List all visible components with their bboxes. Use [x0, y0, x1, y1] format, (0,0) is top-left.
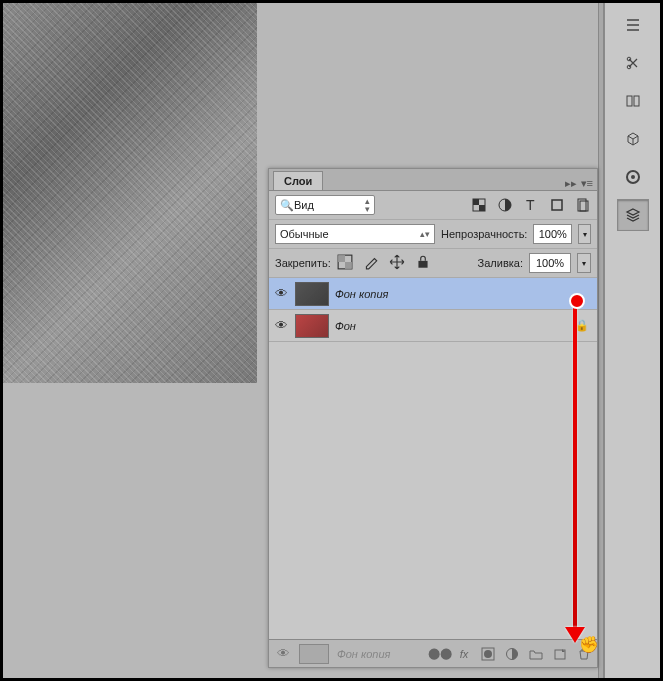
tool-sidebar [604, 3, 660, 678]
fill-label: Заливка: [478, 257, 523, 269]
opacity-label: Непрозрачность: [441, 228, 527, 240]
filter-pixel-icon[interactable] [471, 197, 487, 213]
fx-icon[interactable]: fx [457, 647, 471, 661]
lock-transparent-icon[interactable] [337, 254, 353, 272]
svg-rect-2 [627, 96, 632, 106]
layer-thumbnail[interactable] [295, 282, 329, 306]
adjustment-layer-icon[interactable] [505, 647, 519, 661]
filter-kind-label: Вид [294, 199, 314, 211]
filter-kind-select[interactable]: 🔍 Вид ▴▾ [275, 195, 375, 215]
mask-icon[interactable] [481, 647, 495, 661]
opacity-dropdown[interactable]: ▾ [578, 224, 591, 244]
color-wheel-icon[interactable] [617, 161, 649, 193]
layer-list: 👁 Фон копия 👁 Фон 🔒 [269, 278, 597, 588]
panel-footer: 👁 Фон копия ⬤⬤ fx [269, 639, 597, 667]
scissors-icon[interactable] [617, 47, 649, 79]
layer-thumbnail[interactable] [295, 314, 329, 338]
app-frame: Слои ▸▸ ▾≡ 🔍 Вид ▴▾ T Обычные [3, 3, 660, 678]
visibility-toggle[interactable]: 👁 [273, 286, 289, 301]
ghost-visibility-icon: 👁 [275, 646, 291, 661]
svg-rect-15 [338, 255, 345, 262]
layers-icon[interactable] [617, 199, 649, 231]
svg-point-5 [631, 175, 635, 179]
lock-move-icon[interactable] [389, 254, 405, 272]
menu-icon[interactable] [617, 9, 649, 41]
document-canvas[interactable] [3, 3, 257, 383]
svg-point-19 [484, 650, 492, 658]
layer-row[interactable]: 👁 Фон 🔒 [269, 310, 597, 342]
annotation-arrow [573, 297, 577, 631]
svg-rect-3 [634, 96, 639, 106]
svg-rect-8 [479, 205, 485, 211]
layer-name[interactable]: Фон [335, 320, 356, 332]
new-layer-icon[interactable] [553, 647, 567, 661]
panel-menu-icon[interactable]: ▾≡ [581, 177, 593, 190]
search-icon: 🔍 [280, 199, 294, 212]
filter-type-icon[interactable]: T [523, 197, 539, 213]
cursor-icon: ✊ [579, 635, 599, 654]
visibility-toggle[interactable]: 👁 [273, 318, 289, 333]
cube-icon[interactable] [617, 123, 649, 155]
ghost-thumbnail [299, 644, 329, 664]
blend-opacity-row: Обычные ▴▾ Непрозрачность: 100% ▾ [269, 220, 597, 249]
fill-input[interactable]: 100% [529, 253, 571, 273]
link-layers-icon[interactable]: ⬤⬤ [433, 647, 447, 661]
blend-mode-value: Обычные [280, 228, 329, 240]
filter-smart-icon[interactable] [575, 197, 591, 213]
select-arrows-icon: ▴▾ [365, 197, 370, 213]
blend-mode-select[interactable]: Обычные ▴▾ [275, 224, 435, 244]
tab-layers[interactable]: Слои [273, 171, 323, 190]
filter-shape-icon[interactable] [549, 197, 565, 213]
lock-brush-icon[interactable] [363, 254, 379, 272]
collapse-icon[interactable]: ▸▸ [565, 177, 577, 190]
lock-all-icon[interactable] [415, 254, 431, 272]
lock-indicator-icon: 🔒 [575, 319, 593, 332]
panel-tab-bar: Слои ▸▸ ▾≡ [269, 169, 597, 191]
layer-name[interactable]: Фон копия [335, 288, 388, 300]
group-icon[interactable] [529, 647, 543, 661]
fill-dropdown[interactable]: ▾ [577, 253, 591, 273]
lock-fill-row: Закрепить: Заливка: 100% ▾ [269, 249, 597, 278]
select-arrows-icon: ▴▾ [420, 229, 430, 239]
svg-rect-16 [345, 262, 352, 269]
canvas-area [3, 3, 263, 643]
lock-label: Закрепить: [275, 257, 331, 269]
svg-text:T: T [526, 197, 535, 213]
filter-row: 🔍 Вид ▴▾ T [269, 191, 597, 220]
panels-icon[interactable] [617, 85, 649, 117]
svg-rect-17 [418, 261, 427, 268]
svg-rect-7 [473, 199, 479, 205]
layers-panel: Слои ▸▸ ▾≡ 🔍 Вид ▴▾ T Обычные [268, 168, 598, 668]
svg-rect-13 [580, 201, 588, 211]
opacity-input[interactable]: 100% [533, 224, 572, 244]
layer-row[interactable]: 👁 Фон копия [269, 278, 597, 310]
ghost-layer-name: Фон копия [337, 648, 390, 660]
svg-rect-11 [552, 200, 562, 210]
filter-adjustment-icon[interactable] [497, 197, 513, 213]
